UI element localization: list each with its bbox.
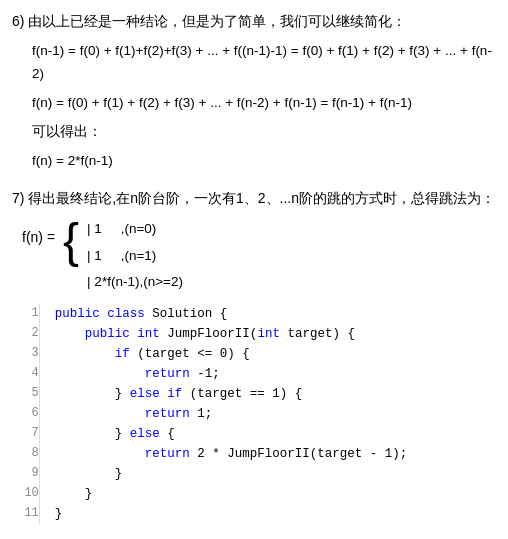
code-line: 11 } xyxy=(12,504,496,524)
code-line: 6 return 1; xyxy=(12,404,496,424)
case-2: | 2*f(n-1),(n>=2) xyxy=(87,270,183,294)
main-content: 6) 由以上已经是一种结论，但是为了简单，我们可以继续简化： f(n-1) = … xyxy=(12,10,496,524)
piecewise-formula: f(n) = { | 1 ,(n=0) | 1 ,(n=1) | 2*f(n-1… xyxy=(22,217,496,294)
code-line: 2 public int JumpFloorII(int target) { xyxy=(12,324,496,344)
code-line: 8 return 2 * JumpFloorII(target - 1); xyxy=(12,444,496,464)
section-6-line1: f(n-1) = f(0) + f(1)+f(2)+f(3) + ... + f… xyxy=(32,40,496,86)
line-number: 4 xyxy=(12,364,39,384)
section-6-line2: f(n) = f(0) + f(1) + f(2) + f(3) + ... +… xyxy=(32,92,496,115)
line-code: } xyxy=(39,484,496,504)
line-number: 7 xyxy=(12,424,39,444)
line-number: 11 xyxy=(12,504,39,524)
code-line: 7 } else { xyxy=(12,424,496,444)
line-code: public int JumpFloorII(int target) { xyxy=(39,324,496,344)
line-code: public class Solution { xyxy=(39,304,496,324)
line-number: 2 xyxy=(12,324,39,344)
section-6: 6) 由以上已经是一种结论，但是为了简单，我们可以继续简化： f(n-1) = … xyxy=(12,10,496,173)
section-6-note: 可以得出： xyxy=(32,121,496,144)
code-line: 9 } xyxy=(12,464,496,484)
line-number: 6 xyxy=(12,404,39,424)
code-block: 1 public class Solution {2 public int Ju… xyxy=(12,304,496,524)
line-code: if (target <= 0) { xyxy=(39,344,496,364)
line-number: 1 xyxy=(12,304,39,324)
case-1: | 1 ,(n=1) xyxy=(87,244,183,268)
line-code: } xyxy=(39,504,496,524)
line-code: } else { xyxy=(39,424,496,444)
line-code: return 1; xyxy=(39,404,496,424)
code-line: 10 } xyxy=(12,484,496,504)
line-number: 3 xyxy=(12,344,39,364)
code-line: 4 return -1; xyxy=(12,364,496,384)
line-code: return -1; xyxy=(39,364,496,384)
piecewise-cases: | 1 ,(n=0) | 1 ,(n=1) | 2*f(n-1),(n>=2) xyxy=(87,217,183,294)
section-6-result: f(n) = 2*f(n-1) xyxy=(32,150,496,173)
line-number: 8 xyxy=(12,444,39,464)
fn-label: f(n) = xyxy=(22,217,55,245)
section-7-title: 7) 得出最终结论,在n阶台阶，一次有1、2、...n阶的跳的方式时，总得跳法为… xyxy=(12,187,496,209)
section-6-title: 6) 由以上已经是一种结论，但是为了简单，我们可以继续简化： xyxy=(12,10,496,32)
line-number: 9 xyxy=(12,464,39,484)
section-7: 7) 得出最终结论,在n阶台阶，一次有1、2、...n阶的跳的方式时，总得跳法为… xyxy=(12,187,496,524)
line-code: } else if (target == 1) { xyxy=(39,384,496,404)
left-brace: { xyxy=(63,217,79,265)
line-number: 10 xyxy=(12,484,39,504)
code-line: 5 } else if (target == 1) { xyxy=(12,384,496,404)
code-table: 1 public class Solution {2 public int Ju… xyxy=(12,304,496,524)
code-line: 1 public class Solution { xyxy=(12,304,496,324)
line-number: 5 xyxy=(12,384,39,404)
case-0: | 1 ,(n=0) xyxy=(87,217,183,241)
line-code: } xyxy=(39,464,496,484)
code-line: 3 if (target <= 0) { xyxy=(12,344,496,364)
line-code: return 2 * JumpFloorII(target - 1); xyxy=(39,444,496,464)
